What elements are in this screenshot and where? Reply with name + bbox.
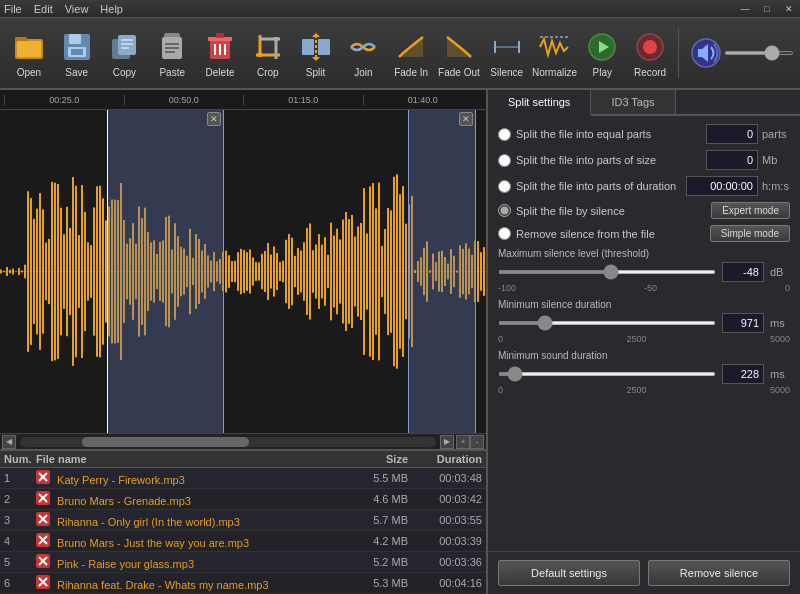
svg-rect-14: [165, 43, 179, 45]
scale-min: -100: [498, 283, 516, 293]
silence-threshold-row: dB: [498, 262, 790, 282]
min-sound-dur-unit: ms: [770, 368, 790, 380]
tab-id3-tags[interactable]: ID3 Tags: [591, 90, 675, 114]
silence-threshold-slider[interactable]: [498, 270, 716, 274]
min-sound-dur-slider[interactable]: [498, 372, 716, 376]
volume-control: [688, 35, 794, 71]
menu-view[interactable]: View: [65, 3, 89, 15]
split-silence-radio[interactable]: [498, 204, 511, 217]
save-button[interactable]: Save: [54, 21, 100, 85]
delete-row-icon[interactable]: [36, 554, 50, 568]
svg-rect-15: [165, 47, 179, 49]
svg-rect-6: [71, 49, 83, 55]
svg-marker-33: [312, 57, 320, 61]
selection-close-1[interactable]: ✕: [207, 112, 221, 126]
crop-button[interactable]: Crop: [245, 21, 291, 85]
min-silence-dur-slider[interactable]: [498, 321, 716, 325]
table-row[interactable]: 5 Pink - Raise your glass.mp3 5.2 MB 00:…: [0, 552, 486, 573]
scale-max: 0: [785, 283, 790, 293]
delete-row-icon[interactable]: [36, 470, 50, 484]
paste-button[interactable]: Paste: [149, 21, 195, 85]
file-duration: 00:03:36: [414, 556, 482, 568]
equal-parts-radio[interactable]: [498, 128, 511, 141]
scale-mid: -50: [644, 283, 657, 293]
delete-button[interactable]: Delete: [197, 21, 243, 85]
menu-file[interactable]: File: [4, 3, 22, 15]
table-row[interactable]: 6 Rihanna feat. Drake - Whats my name.mp…: [0, 573, 486, 594]
split-silence-label[interactable]: Split the file by silence: [498, 204, 625, 217]
selection-region-2[interactable]: ✕: [408, 110, 476, 433]
table-row[interactable]: 3 Rihanna - Only girl (In the world).mp3…: [0, 510, 486, 531]
record-icon: [632, 29, 668, 65]
menu-help[interactable]: Help: [100, 3, 123, 15]
time-mark-3: 01:40.0: [363, 95, 483, 105]
join-icon: [345, 29, 381, 65]
menu-edit[interactable]: Edit: [34, 3, 53, 15]
selection-region-1[interactable]: ✕: [107, 110, 224, 433]
waveform-container[interactable]: ✕ ✕: [0, 110, 486, 433]
parts-size-label[interactable]: Split the file into parts of size: [498, 154, 656, 167]
table-row[interactable]: 1 Katy Perry - Firework.mp3 5.5 MB 00:03…: [0, 468, 486, 489]
tab-split-settings[interactable]: Split settings: [488, 90, 591, 116]
file-duration: 00:04:16: [414, 577, 482, 589]
parts-size-input[interactable]: [706, 150, 758, 170]
min-silence-dur-label: Minimum silence duration: [498, 299, 790, 310]
delete-row-icon[interactable]: [36, 533, 50, 547]
file-duration: 00:03:48: [414, 472, 482, 484]
record-button[interactable]: Record: [627, 21, 673, 85]
min-silence-dur-value[interactable]: [722, 313, 764, 333]
default-settings-button[interactable]: Default settings: [498, 560, 640, 586]
join-button[interactable]: Join: [340, 21, 386, 85]
table-row[interactable]: 2 Bruno Mars - Grenade.mp3 4.6 MB 00:03:…: [0, 489, 486, 510]
file-size: 4.6 MB: [356, 493, 414, 505]
remove-silence-action-button[interactable]: Remove silence: [648, 560, 790, 586]
fade-in-button[interactable]: Fade In: [388, 21, 434, 85]
parts-size-radio[interactable]: [498, 154, 511, 167]
svg-rect-28: [274, 37, 278, 41]
fade-out-label: Fade Out: [438, 67, 480, 78]
expert-mode-button[interactable]: Expert mode: [711, 202, 790, 219]
scroll-thumb[interactable]: [82, 437, 248, 447]
play-icon: [584, 29, 620, 65]
scroll-right-arrow[interactable]: ▶: [440, 435, 454, 449]
fade-out-button[interactable]: Fade Out: [436, 21, 482, 85]
scale-min: 0: [498, 334, 503, 344]
silence-button[interactable]: Silence: [484, 21, 530, 85]
min-sound-dur-value[interactable]: [722, 364, 764, 384]
svg-rect-35: [495, 45, 519, 49]
maximize-button[interactable]: □: [756, 0, 778, 18]
delete-row-icon[interactable]: [36, 512, 50, 526]
parts-duration-label[interactable]: Split the file into parts of duration: [498, 180, 676, 193]
split-button[interactable]: Split: [293, 21, 339, 85]
scroll-track[interactable]: [20, 437, 436, 447]
main-content: 00:25.0 00:50.0 01:15.0 01:40.0 ✕ ✕ ◀ ▶: [0, 90, 800, 594]
close-button[interactable]: ✕: [778, 0, 800, 18]
svg-rect-11: [121, 47, 129, 49]
toolbar-separator: [678, 28, 679, 78]
selection-close-2[interactable]: ✕: [459, 112, 473, 126]
volume-slider[interactable]: [724, 51, 794, 55]
normalize-button[interactable]: Normalize: [532, 21, 578, 85]
delete-row-icon[interactable]: [36, 575, 50, 589]
zoom-out[interactable]: -: [470, 435, 484, 449]
zoom-in[interactable]: +: [456, 435, 470, 449]
parts-duration-input[interactable]: [686, 176, 758, 196]
delete-row-icon[interactable]: [36, 491, 50, 505]
svg-rect-19: [216, 33, 224, 38]
open-button[interactable]: Open: [6, 21, 52, 85]
silence-threshold-value[interactable]: [722, 262, 764, 282]
remove-silence-radio[interactable]: [498, 227, 511, 240]
play-button[interactable]: Play: [579, 21, 625, 85]
simple-mode-button[interactable]: Simple mode: [710, 225, 790, 242]
table-row[interactable]: 4 Bruno Mars - Just the way you are.mp3 …: [0, 531, 486, 552]
copy-button[interactable]: Copy: [102, 21, 148, 85]
tabs: Split settings ID3 Tags: [488, 90, 800, 116]
paste-label: Paste: [159, 67, 185, 78]
remove-silence-label[interactable]: Remove silence from the file: [498, 227, 655, 240]
parts-duration-radio[interactable]: [498, 180, 511, 193]
scroll-left-arrow[interactable]: ◀: [2, 435, 16, 449]
equal-parts-input[interactable]: [706, 124, 758, 144]
setting-parts-duration: Split the file into parts of duration h:…: [498, 176, 790, 196]
minimize-button[interactable]: —: [734, 0, 756, 18]
equal-parts-label[interactable]: Split the file into equal parts: [498, 128, 651, 141]
